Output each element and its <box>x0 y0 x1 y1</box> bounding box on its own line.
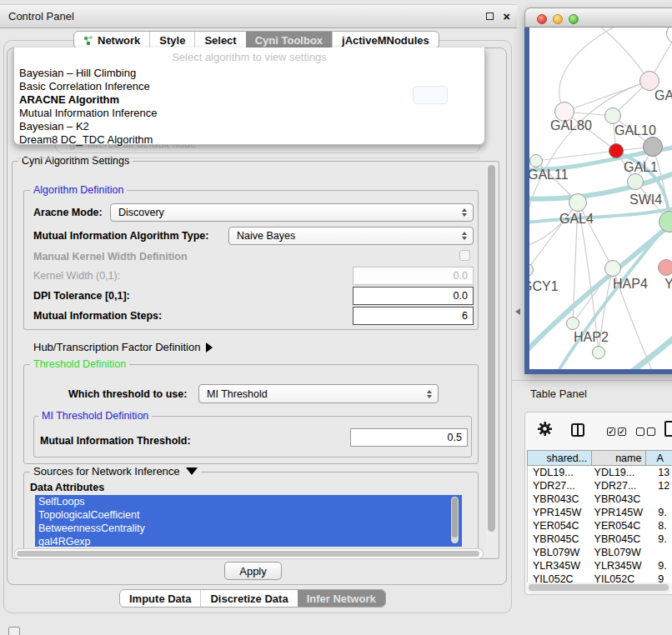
network-node[interactable] <box>592 346 605 359</box>
tab-select[interactable]: Select <box>194 32 245 48</box>
deselect-all-checkbox-icon-2[interactable] <box>647 428 655 436</box>
mi-steps-field[interactable]: 6 <box>353 307 474 325</box>
data-attributes-label: Data Attributes <box>30 482 104 493</box>
which-threshold-combo[interactable]: MI Threshold <box>198 384 439 403</box>
dropdown-item[interactable]: Mutual Information Inference <box>19 107 157 119</box>
splitter-collapse-icon[interactable] <box>515 308 520 315</box>
import-table-icon[interactable] <box>664 421 672 437</box>
tab-discretize-data[interactable]: Discretize Data <box>200 590 297 607</box>
dropdown-item-highlighted[interactable]: ARACNE Algorithm <box>19 93 119 106</box>
table-row[interactable]: YBR045C YBR045C 9. <box>528 532 672 546</box>
table-row[interactable]: YER054C YER054C 8. <box>528 519 672 532</box>
gear-icon[interactable] <box>538 422 552 439</box>
select-all-checkbox-icon[interactable]: ✓ <box>607 428 615 436</box>
tab-discretize-data-label: Discretize Data <box>210 592 288 605</box>
tab-network-label: Network <box>98 34 140 47</box>
manual-kernel-checkbox[interactable] <box>459 250 470 261</box>
window-close-icon[interactable] <box>537 14 547 24</box>
mi-steps-label: Mutual Information Steps: <box>33 310 162 322</box>
settings-scrollbar-thumb[interactable] <box>488 165 495 532</box>
apply-button[interactable]: Apply <box>224 562 282 580</box>
settings-horizontal-scrollbar-thumb[interactable] <box>17 551 479 557</box>
cell: YBR045C <box>593 533 648 545</box>
network-node-gal4[interactable] <box>569 193 587 212</box>
tab-style[interactable]: Style <box>149 32 194 48</box>
cell: YBR045C <box>528 533 593 545</box>
list-item-selected[interactable]: gal4RGexp <box>35 535 462 547</box>
table-rows-viewport[interactable]: YDL19... YDL19... 13 YDR27... YDR27... 1… <box>527 466 672 582</box>
attributes-list-scrollbar[interactable] <box>451 497 459 543</box>
table-row[interactable]: YBR043C YBR043C <box>528 492 672 506</box>
list-item-selected[interactable]: SelfLoops <box>35 495 462 508</box>
network-node-gal11[interactable] <box>529 154 543 168</box>
network-node-hap4[interactable] <box>604 260 621 277</box>
deselect-all-checkbox-icon[interactable] <box>636 428 644 436</box>
dropdown-item[interactable]: Bayesian – K2 <box>19 120 89 132</box>
table-row[interactable]: YDL19... YDL19... 13 <box>528 466 672 479</box>
close-icon[interactable]: × <box>503 8 510 25</box>
network-node-gray[interactable] <box>643 137 663 157</box>
show-columns-icon[interactable] <box>571 423 584 437</box>
which-threshold-value: MI Threshold <box>207 388 268 400</box>
window-minimize-icon[interactable] <box>553 14 563 24</box>
network-node-hap2[interactable] <box>566 317 579 330</box>
network-window-titlebar[interactable] <box>524 8 672 28</box>
cyni-bottom-tabbar: Impute Data Discretize Data Infer Networ… <box>119 589 386 608</box>
tab-network[interactable]: Network <box>74 32 149 48</box>
table-horizontal-scrollbar[interactable] <box>527 582 670 593</box>
table-row[interactable]: YIL052C YIL052C 9 <box>528 572 672 582</box>
sources-section-header[interactable]: Sources for Network Inference <box>30 465 201 478</box>
hub-tf-section-header[interactable]: Hub/Transcription Factor Definition <box>33 341 213 353</box>
combo-stepper-icon <box>427 390 432 398</box>
network-node-gal10[interactable] <box>604 108 621 124</box>
dropdown-item[interactable]: Dream8 DC_TDC Algorithm <box>19 133 153 146</box>
dpi-tolerance-field[interactable]: 0.0 <box>353 287 474 305</box>
screenshot-root: Control Panel × Network Style Select <box>0 0 672 635</box>
aracne-mode-combo[interactable]: Discovery <box>110 203 474 222</box>
tab-impute-data-label: Impute Data <box>129 592 191 605</box>
tab-jactivemnodules[interactable]: jActiveMNodules <box>332 32 439 48</box>
table-row[interactable]: YBL079W YBL079W <box>528 546 672 559</box>
tab-impute-data[interactable]: Impute Data <box>120 590 200 607</box>
attributes-list-scrollbar-thumb[interactable] <box>452 498 458 538</box>
kernel-width-field[interactable]: 0.0 <box>353 267 474 285</box>
column-header-shared-name[interactable]: shared... <box>528 451 592 465</box>
table-panel-title: Table Panel <box>530 388 587 400</box>
column-header-partial[interactable]: A <box>646 451 672 465</box>
dropdown-item[interactable]: Basic Correlation Inference <box>19 80 150 92</box>
table-row[interactable]: YLR345W YLR345W 9. <box>528 559 672 572</box>
settings-horizontal-scrollbar[interactable] <box>14 548 484 559</box>
cell: YLR345W <box>528 560 593 572</box>
combo-stepper-icon <box>462 208 467 217</box>
node-label: GAL80 <box>550 118 592 133</box>
table-row[interactable]: YDR27... YDR27... 12 <box>528 479 672 492</box>
tab-infer-network[interactable]: Infer Network <box>298 590 385 607</box>
network-node-gal1[interactable] <box>627 173 644 190</box>
mi-type-combo[interactable]: Naive Bayes <box>228 227 474 245</box>
control-panel-titlebar: Control Panel × <box>0 4 517 28</box>
settings-scrollbar[interactable] <box>486 163 498 557</box>
network-node-red[interactable] <box>609 143 624 158</box>
network-node-salmon[interactable] <box>658 259 672 276</box>
window-zoom-icon[interactable] <box>569 14 579 24</box>
network-canvas[interactable]: GAL GAL80 GAL10 GAL1 GAL11 SWI4 GAL4 GCY… <box>529 28 672 369</box>
list-item-selected[interactable]: BetweennessCentrality <box>35 522 462 535</box>
select-all-checkbox-icon-2[interactable]: ✓ <box>618 428 626 436</box>
node-table: shared... name A YDL19... YDL19... 13 YD… <box>527 450 672 582</box>
list-item-selected[interactable]: TopologicalCoefficient <box>35 508 462 522</box>
float-panel-icon[interactable] <box>486 12 494 20</box>
tab-cyni-toolbox[interactable]: Cyni Toolbox <box>246 32 332 48</box>
tab-jactivemnodules-label: jActiveMNodules <box>342 34 429 47</box>
minimized-panel-icon[interactable] <box>8 627 20 635</box>
dropdown-item[interactable]: Bayesian – Hill Climbing <box>19 67 136 79</box>
node-label: GAL4 <box>559 212 594 227</box>
mi-type-value: Naive Bayes <box>237 230 295 242</box>
aracne-mode-label: Aracne Mode: <box>33 207 103 218</box>
mi-threshold-field[interactable]: 0.5 <box>350 428 468 447</box>
column-header-name[interactable]: name <box>592 451 646 465</box>
table-row[interactable]: YPR145W YPR145W 9. <box>528 506 672 519</box>
data-attributes-list[interactable]: SelfLoops TopologicalCoefficient Between… <box>35 495 462 547</box>
table-horizontal-scrollbar-thumb[interactable] <box>529 584 669 591</box>
ghost-spinner <box>413 86 448 104</box>
dpi-tolerance-value: 0.0 <box>454 290 468 302</box>
